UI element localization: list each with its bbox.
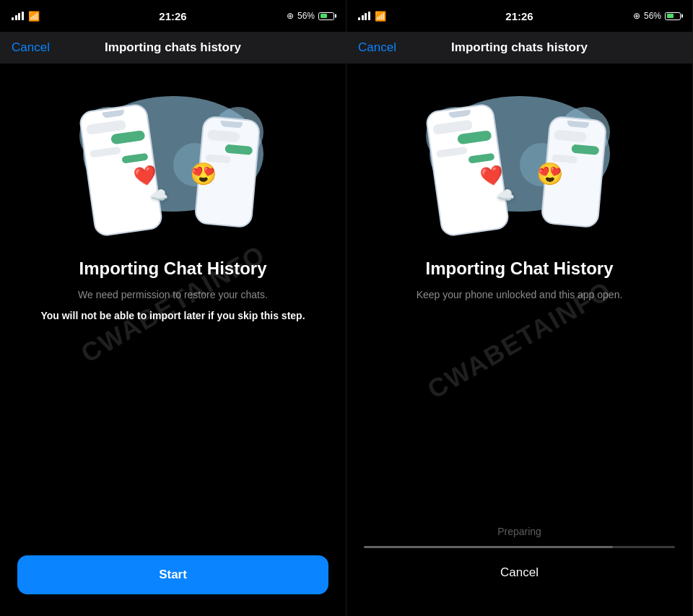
chat-bubble-4 xyxy=(121,153,148,164)
progress-bar-bg xyxy=(364,546,675,548)
content-1: ❤️ ☁️ 😍 Importing Chat History We need p… xyxy=(0,64,346,544)
progress-area: Preparing Cancel xyxy=(346,526,692,594)
screen-title-2: Importing Chat History xyxy=(425,259,613,279)
status-time-1: 21:26 xyxy=(159,10,186,22)
battery-percent-1: 56% xyxy=(297,11,315,21)
location-icon-2: ⊕ xyxy=(633,11,640,21)
chat-bubble-2 xyxy=(110,130,145,144)
status-left-2: 📶 xyxy=(358,11,386,22)
progress-cancel-button[interactable]: Cancel xyxy=(500,565,539,580)
status-time-2: 21:26 xyxy=(505,10,533,22)
heart-icon-2: ❤️ xyxy=(478,162,505,188)
signal-icon xyxy=(12,12,24,20)
status-right-2: ⊕ 56% xyxy=(633,11,681,21)
chat-bubble-3 xyxy=(89,147,121,158)
screen-desc-2: Keep your phone unlocked and this app op… xyxy=(417,287,623,303)
cloud-icon-2: ☁️ xyxy=(497,186,515,204)
bottom-area-1: Start xyxy=(0,544,346,616)
status-right-1: ⊕ 56% xyxy=(287,11,334,21)
status-bar-2: 📶 21:26 ⊕ 56% xyxy=(346,0,692,32)
cloud-icon-1: ☁️ xyxy=(150,186,168,204)
emoji-face-2: 😍 xyxy=(536,161,563,186)
chat-bubble-11 xyxy=(468,153,494,164)
screen-desc-1: We need permission to restore your chats… xyxy=(78,287,268,303)
battery-percent-2: 56% xyxy=(644,11,661,21)
nav-bar-1: Cancel Importing chats history xyxy=(0,32,346,64)
progress-bar-fill xyxy=(364,546,613,548)
wifi-icon-2: 📶 xyxy=(375,11,386,22)
location-icon: ⊕ xyxy=(287,11,294,21)
status-bar-1: 📶 21:26 ⊕ 56% xyxy=(0,0,346,32)
signal-icon-2 xyxy=(358,12,370,20)
screen-warning-1: You will not be able to import later if … xyxy=(40,308,305,324)
emoji-face-1: 😍 xyxy=(190,161,217,186)
illustration-2: ❤️ ☁️ 😍 xyxy=(411,85,628,244)
screen-1: 📶 21:26 ⊕ 56% Cancel Importing chats his… xyxy=(0,0,346,616)
status-left-1: 📶 xyxy=(12,11,40,22)
screen-2: 📶 21:26 ⊕ 56% Cancel Importing chats his… xyxy=(346,0,693,616)
cancel-button-1[interactable]: Cancel xyxy=(12,40,50,55)
chat-bubble-9 xyxy=(456,130,492,144)
heart-icon-1: ❤️ xyxy=(131,162,158,188)
chat-bubble-12 xyxy=(553,129,586,142)
nav-title-2: Importing chats history xyxy=(451,40,588,55)
start-button[interactable]: Start xyxy=(17,555,328,594)
chat-bubble-13 xyxy=(570,144,598,155)
illustration-1: ❤️ ☁️ 😍 xyxy=(65,85,282,244)
nav-title-1: Importing chats history xyxy=(105,40,241,55)
chat-bubble-6 xyxy=(224,144,252,155)
screen-title-1: Importing Chat History xyxy=(79,259,266,279)
chat-bubble-5 xyxy=(206,129,240,142)
wifi-icon: 📶 xyxy=(28,11,40,22)
battery-icon-1 xyxy=(318,12,334,20)
progress-label: Preparing xyxy=(497,526,541,537)
nav-bar-2: Cancel Importing chats history xyxy=(346,32,692,64)
cancel-button-2[interactable]: Cancel xyxy=(358,40,396,55)
battery-icon-2 xyxy=(665,12,681,20)
chat-bubble-10 xyxy=(435,147,467,158)
